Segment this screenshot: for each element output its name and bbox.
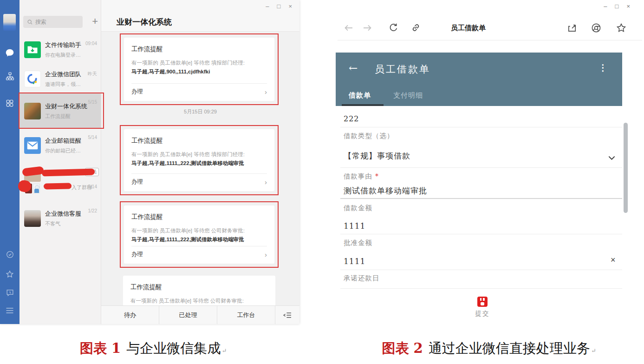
- handle-label: 办理: [131, 88, 143, 96]
- share-icon[interactable]: [567, 22, 578, 33]
- card-line2: 马子超,马子超,1111,,222,测试借款单移动端审批: [131, 236, 267, 243]
- chevron-down-icon[interactable]: [607, 153, 616, 162]
- figure-caption-2: 图表 2通过企业微信直接处理业务↵: [382, 339, 596, 358]
- chat-preview: 你在电脑登录了企业...: [45, 52, 97, 59]
- tab-processed[interactable]: 已处理: [159, 306, 217, 324]
- minimize-button[interactable]: –: [266, 2, 269, 11]
- field-divider: [340, 234, 622, 234]
- scrollbar-thumb[interactable]: [624, 123, 628, 213]
- maximize-button[interactable]: □: [615, 2, 619, 11]
- caption-text: 与企业微信集成: [126, 340, 221, 356]
- handle-action-row[interactable]: 办理 ›: [131, 246, 267, 264]
- favorite-star-icon[interactable]: [616, 22, 627, 33]
- window-controls: – □ ×: [604, 2, 630, 11]
- loan-amount-input[interactable]: 1111: [344, 221, 365, 231]
- chevron-right-icon: ›: [265, 252, 267, 258]
- chat-time: 5/14: [88, 184, 97, 189]
- loan-amount-label: 借款金额: [344, 204, 372, 212]
- close-button[interactable]: ×: [626, 2, 630, 11]
- loan-type-label: 借款类型（选）: [344, 132, 394, 140]
- tab-loan-form[interactable]: 借款单: [349, 91, 371, 100]
- workflow-card: 工作流提醒 有一项新的 员工借款单[e] 等待您 填报部门经理: 马子超,马子超…: [124, 129, 274, 191]
- card-line1: 有一项新的 员工借款单[e] 等待您 公司财务审批:: [131, 227, 267, 234]
- user-avatar[interactable]: [3, 14, 16, 31]
- submit-label: 提交: [471, 310, 494, 318]
- chat-time: 1/22: [88, 208, 97, 213]
- chat-item-mail-reminder[interactable]: 企业邮箱提醒 你的邮箱已经变更为c... 5/14: [20, 129, 101, 162]
- field-divider: [340, 127, 622, 127]
- tab-payment-detail[interactable]: 支付明细: [393, 91, 423, 100]
- search-placeholder: 搜索: [35, 18, 46, 26]
- handle-action-row[interactable]: 办理 ›: [131, 174, 267, 191]
- field-divider: [340, 270, 622, 270]
- figure-caption-1: 图表 1与企业微信集成↵: [80, 339, 227, 358]
- app-header: ← 员工借款单 ⋮ 借款单 支付明细: [336, 53, 622, 106]
- annotation-rectangle: 工作流提醒 有一项新的 员工借款单[e] 等待您 填报部门经理: 马子超,马子超…: [120, 125, 279, 195]
- handle-label: 办理: [131, 178, 143, 186]
- paragraph-return-mark: ↵: [591, 347, 596, 354]
- search-input[interactable]: 搜索: [23, 16, 83, 28]
- card-line1: 有一项新的 员工借款单[e] 等待您 填报部门经理:: [131, 151, 267, 158]
- required-asterisk: *: [375, 172, 379, 180]
- clear-input-icon[interactable]: ×: [611, 255, 616, 265]
- minimize-button[interactable]: –: [604, 2, 607, 11]
- chats-icon[interactable]: [0, 48, 20, 58]
- toolbar-divider: [338, 40, 642, 40]
- page-title: 员工借款单: [451, 24, 486, 33]
- contacts-icon[interactable]: [0, 71, 20, 81]
- chat-item-group-redacted[interactable]: 全员 入了群聊 5/14: [20, 162, 101, 202]
- kebab-menu-icon[interactable]: ⋮: [598, 62, 607, 73]
- chat-preview: 工作流提醒: [45, 113, 97, 120]
- chat-time: 5/15: [88, 99, 97, 105]
- approved-amount-input[interactable]: 1111: [344, 257, 365, 266]
- annotation-rectangle: 工作流提醒 有一项新的 员工借款单[e] 等待您 填报部门经理: 马子超,马子超…: [120, 33, 279, 105]
- link-icon[interactable]: [410, 22, 421, 33]
- file-transfer-icon: [24, 41, 41, 58]
- todo-check-icon[interactable]: [0, 250, 20, 259]
- tab-workbench[interactable]: 工作台: [217, 306, 275, 324]
- paragraph-return-mark: ↵: [221, 347, 227, 354]
- card-title: 工作流提醒: [130, 283, 268, 291]
- workspace-icon[interactable]: [0, 99, 20, 108]
- schedule-icon[interactable]: [0, 288, 20, 297]
- chat-item-customer-service[interactable]: 企业微信客服 不客气 1/22: [20, 202, 101, 235]
- chat-preview: 邀请同事，领红包！: [45, 81, 97, 88]
- card-line2: 马子超,马子超,1111,,222,测试借款单移动端审批: [131, 160, 267, 167]
- chevron-right-icon: ›: [265, 89, 267, 95]
- maximize-button[interactable]: □: [277, 2, 281, 11]
- card-line2: 马子超,马子超,900,,111,cjdfhkfki: [131, 68, 267, 75]
- back-icon[interactable]: [343, 22, 354, 33]
- reason-input[interactable]: 测试借款单移动端审批: [344, 185, 427, 196]
- chat-item-wecom-team[interactable]: 企业微信团队 邀请同事，领红包！ 昨天: [20, 65, 101, 93]
- favorites-star-icon[interactable]: [0, 270, 20, 279]
- field-divider: [340, 167, 622, 168]
- browser-logo-icon[interactable]: [591, 22, 602, 33]
- card-line1: 有一项新的 员工借款单[e] 等待您 公司财务审批:: [130, 298, 268, 304]
- chat-time: 09:04: [85, 41, 97, 46]
- card-title: 工作流提醒: [131, 137, 267, 145]
- handle-action-row[interactable]: 办理 ›: [131, 84, 267, 101]
- forward-icon[interactable]: [362, 22, 373, 33]
- add-button[interactable]: +: [92, 15, 98, 28]
- menu-hamburger-icon[interactable]: [0, 307, 20, 314]
- card-title: 工作流提醒: [131, 213, 267, 221]
- chat-item-yecai-system-selected[interactable]: 业财一体化系统 工作流提醒 5/15: [20, 93, 101, 129]
- redaction-scribble: [42, 169, 95, 177]
- save-icon: [477, 297, 488, 307]
- repay-date-label: 承诺还款日: [344, 274, 380, 283]
- approved-amount-label: 批准金额: [344, 238, 372, 247]
- collapse-list-icon[interactable]: [275, 306, 299, 324]
- chat-time: 昨天: [88, 71, 97, 77]
- chat-item-file-transfer[interactable]: 文件传输助手 你在电脑登录了企业... 09:04: [20, 35, 101, 65]
- tab-todo[interactable]: 待办: [101, 306, 159, 324]
- app-back-icon[interactable]: ←: [349, 62, 358, 74]
- close-button[interactable]: ×: [288, 2, 292, 11]
- loan-type-select[interactable]: 【常规】事项借款: [344, 151, 410, 161]
- submit-button[interactable]: 提交: [471, 297, 494, 318]
- reason-label: 借款事由*: [344, 172, 379, 181]
- field-divider: [340, 198, 622, 199]
- timestamp: 5月15日 09:29: [101, 108, 299, 115]
- refresh-icon[interactable]: [388, 22, 399, 33]
- workflow-card: 工作流提醒 有一项新的 员工借款单[e] 等待您 填报部门经理: 马子超,马子超…: [124, 38, 274, 101]
- search-icon: [27, 19, 33, 25]
